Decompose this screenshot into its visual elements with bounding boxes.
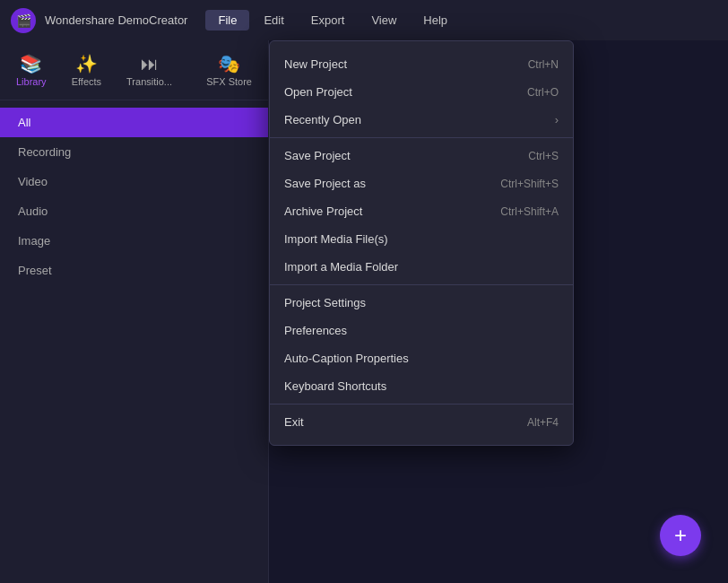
tab-library[interactable]: 📚 Library <box>4 48 59 92</box>
menu-auto-caption[interactable]: Auto-Caption Properties <box>270 344 573 372</box>
tab-effects[interactable]: ✨ Effects <box>59 48 114 92</box>
sidebar-item-preset[interactable]: Preset <box>0 256 268 285</box>
auto-caption-label: Auto-Caption Properties <box>284 352 523 365</box>
tab-transitions-label: Transitio... <box>126 76 172 87</box>
keyboard-shortcuts-label: Keyboard Shortcuts <box>284 379 523 393</box>
new-project-label: New Project <box>284 57 492 71</box>
tab-effects-label: Effects <box>72 76 101 87</box>
menu-item-help[interactable]: Help <box>411 10 460 30</box>
tab-transitions[interactable]: ⏭ Transitio... <box>114 48 185 92</box>
menu-group-4: Exit Alt+F4 <box>270 405 573 439</box>
menu-new-project[interactable]: New Project Ctrl+N <box>270 50 573 78</box>
new-project-shortcut: Ctrl+N <box>528 58 559 71</box>
file-dropdown-menu: New Project Ctrl+N Open Project Ctrl+O R… <box>269 40 574 446</box>
fab-icon: + <box>674 523 687 548</box>
menu-import-media-files[interactable]: Import Media File(s) <box>270 225 573 253</box>
sidebar-item-image[interactable]: Image <box>0 226 268 256</box>
preferences-label: Preferences <box>284 324 523 337</box>
effects-icon: ✨ <box>75 53 98 74</box>
toolbar-tabs: 📚 Library ✨ Effects ⏭ Transitio... 🎭 SFX… <box>0 40 268 100</box>
library-icon: 📚 <box>20 53 42 74</box>
app-title: Wondershare DemoCreator <box>45 13 187 27</box>
transitions-icon: ⏭ <box>141 54 159 74</box>
import-media-files-label: Import Media File(s) <box>284 232 523 246</box>
menu-save-project[interactable]: Save Project Ctrl+S <box>270 142 573 170</box>
sidebar-item-all[interactable]: All <box>0 108 268 137</box>
archive-project-shortcut: Ctrl+Shift+A <box>500 205 559 218</box>
menu-item-view[interactable]: View <box>359 10 409 30</box>
menu-item-file[interactable]: File <box>205 10 249 30</box>
menu-exit[interactable]: Exit Alt+F4 <box>270 408 573 436</box>
menu-group-2: Save Project Ctrl+S Save Project as Ctrl… <box>270 138 573 285</box>
file-dropdown-overlay: New Project Ctrl+N Open Project Ctrl+O R… <box>269 40 574 446</box>
project-settings-label: Project Settings <box>284 296 523 309</box>
menu-group-1: New Project Ctrl+N Open Project Ctrl+O R… <box>270 47 573 138</box>
sfx-store-tab[interactable]: 🎭 SFX Store <box>194 48 264 92</box>
left-panel: 📚 Library ✨ Effects ⏭ Transitio... 🎭 SFX… <box>0 40 269 583</box>
menu-preferences[interactable]: Preferences <box>270 317 573 344</box>
import-media-folder-label: Import a Media Folder <box>284 260 523 274</box>
menu-group-3: Project Settings Preferences Auto-Captio… <box>270 285 573 405</box>
save-project-as-label: Save Project as <box>284 177 464 190</box>
menu-item-edit[interactable]: Edit <box>251 10 296 30</box>
menu-archive-project[interactable]: Archive Project Ctrl+Shift+A <box>270 197 573 225</box>
svg-text:🎬: 🎬 <box>16 13 32 29</box>
save-project-label: Save Project <box>284 149 492 162</box>
menu-item-export[interactable]: Export <box>299 10 358 30</box>
recently-open-label: Recently Open <box>284 113 548 126</box>
app-logo: 🎬 <box>11 8 36 33</box>
exit-shortcut: Alt+F4 <box>527 416 559 429</box>
menu-import-media-folder[interactable]: Import a Media Folder <box>270 253 573 281</box>
open-project-label: Open Project <box>284 85 491 99</box>
fab-add-button[interactable]: + <box>660 515 701 556</box>
menu-keyboard-shortcuts[interactable]: Keyboard Shortcuts <box>270 372 573 400</box>
sfx-store-label: SFX Store <box>206 76 252 87</box>
sfx-store-icon: 🎭 <box>218 53 240 74</box>
sidebar-nav: All Recording Video Audio Image Preset <box>0 100 268 292</box>
recently-open-arrow: › <box>555 113 559 126</box>
sidebar-item-video[interactable]: Video <box>0 167 268 196</box>
menu-save-project-as[interactable]: Save Project as Ctrl+Shift+S <box>270 170 573 197</box>
tab-library-label: Library <box>16 76 47 87</box>
menu-recently-open[interactable]: Recently Open › <box>270 106 573 134</box>
sidebar-item-audio[interactable]: Audio <box>0 196 268 226</box>
exit-label: Exit <box>284 415 491 429</box>
save-project-as-shortcut: Ctrl+Shift+S <box>500 178 559 190</box>
archive-project-label: Archive Project <box>284 204 464 218</box>
menu-project-settings[interactable]: Project Settings <box>270 289 573 317</box>
title-bar: 🎬 Wondershare DemoCreator File Edit Expo… <box>0 0 728 40</box>
menu-bar: File Edit Export View Help <box>205 10 460 30</box>
menu-open-project[interactable]: Open Project Ctrl+O <box>270 78 573 106</box>
open-project-shortcut: Ctrl+O <box>527 86 559 99</box>
save-project-shortcut: Ctrl+S <box>528 150 559 162</box>
sidebar-item-recording[interactable]: Recording <box>0 137 268 167</box>
